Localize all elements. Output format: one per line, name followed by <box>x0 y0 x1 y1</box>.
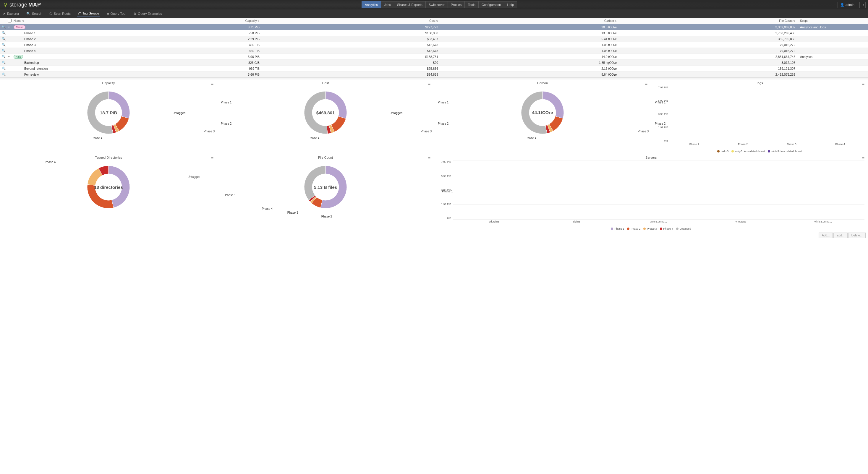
nav-analytics[interactable]: Analytics <box>362 1 381 8</box>
legend-item[interactable]: isidm3 <box>717 150 728 153</box>
expand-chevron-icon[interactable] <box>6 62 12 63</box>
cell-capacity: 5.96 PiB <box>83 54 261 59</box>
expand-chevron-icon[interactable] <box>6 32 12 34</box>
expand-chevron-icon[interactable] <box>6 50 12 52</box>
search-icon[interactable]: 🔍 <box>2 55 6 58</box>
x-label: Phase 1 <box>685 143 703 148</box>
chart-menu-icon[interactable]: ≡ <box>645 81 647 86</box>
cell-cost: $138,950 <box>261 31 440 35</box>
expand-chevron-icon[interactable]: ▾ <box>6 55 12 59</box>
cell-scope <box>797 74 868 75</box>
cell-scope <box>797 62 868 63</box>
th-carbon[interactable]: Carbon <box>440 18 618 23</box>
chart-menu-icon[interactable]: ≡ <box>211 81 213 86</box>
cell-capacity: 939 TiB <box>83 66 261 71</box>
search-icon[interactable]: 🔍 <box>2 37 6 40</box>
chart-title: Carbon <box>436 81 649 85</box>
table-row[interactable]: 🔍Backed up823 GiB$201.85 kgCO₂e3,012,107 <box>0 60 868 66</box>
row-name: Phase 2 <box>13 37 36 41</box>
nav-proxies[interactable]: Proxies <box>448 1 465 8</box>
legend-tags: isidm3unity3.demo.datadobi.netwinfs3.dem… <box>653 150 866 153</box>
legend-item[interactable]: winfs3.demo.datadobi.net <box>768 150 802 153</box>
cell-filecount: 79,015,272 <box>618 49 797 53</box>
subnav-scan-roots[interactable]: ⬡Scan Roots <box>49 10 71 17</box>
subnav-explorer[interactable]: ➤Explorer <box>2 10 20 17</box>
chart-filecount: File Count ≡ 5.13 B files Phase 1Phase 2… <box>217 154 434 231</box>
nav-help[interactable]: Help <box>504 1 517 8</box>
legend-item[interactable]: Phase 3 <box>643 227 657 230</box>
legend-item[interactable]: Phase 4 <box>660 227 673 230</box>
nav-configuration[interactable]: Configuration <box>478 1 504 8</box>
delete-button[interactable]: Delete... <box>848 232 866 238</box>
expand-chevron-icon[interactable] <box>6 68 12 69</box>
logo-icon <box>2 2 8 8</box>
expand-chevron-icon[interactable] <box>6 74 12 75</box>
cell-cost: $94,859 <box>261 72 440 77</box>
chart-menu-icon[interactable]: ≡ <box>862 81 864 86</box>
cell-cost: $25,836 <box>261 66 440 71</box>
search-icon[interactable]: 🔍 <box>2 49 6 52</box>
user-icon: 👤 <box>840 3 844 7</box>
subnav-tag-groups[interactable]: 🏷Tag Groups <box>77 10 100 17</box>
chart-menu-icon[interactable]: ≡ <box>862 156 864 160</box>
add-button[interactable]: Add... <box>818 232 833 238</box>
cell-capacity: 823 GiB <box>83 60 261 65</box>
expand-chevron-icon[interactable]: ▾ <box>6 25 12 29</box>
chart-menu-icon[interactable]: ≡ <box>428 81 430 86</box>
chart-tagged-dirs: Tagged Directories ≡ 13 directories Phas… <box>0 154 217 231</box>
table-row[interactable]: 🔍▾Risk5.96 PiB$158,75114.0 tCO₂e2,851,63… <box>0 54 868 60</box>
cell-carbon: 14.0 tCO₂e <box>440 54 618 59</box>
table-row[interactable]: 🔍Phase 4469 TiB$12,6781.08 tCO₂e79,015,2… <box>0 48 868 54</box>
edit-button[interactable]: Edit... <box>833 232 847 238</box>
expand-chevron-icon[interactable] <box>6 44 12 45</box>
chart-menu-icon[interactable]: ≡ <box>211 156 213 160</box>
subnav-label: Explorer <box>7 12 19 15</box>
legend-item[interactable]: unity3.demo.datadobi.net <box>732 150 765 153</box>
nav-tools[interactable]: Tools <box>465 1 478 8</box>
chart-tags: Tags ≡ 7.99 PiB5.99 PiB3.99 PiB1.99 PiB0… <box>651 80 868 154</box>
cell-filecount: 385,769,850 <box>618 37 797 41</box>
th-capacity[interactable]: Capacity <box>83 18 261 23</box>
table-row[interactable]: 🔍Beyond retention939 TiB$25,8362.16 tCO₂… <box>0 66 868 71</box>
user-area: 👤 admin ⇥ <box>838 2 866 8</box>
search-icon[interactable]: 🔍 <box>2 72 6 76</box>
subnav-icon: ➤ <box>3 12 6 15</box>
search-icon[interactable]: 🔍 <box>2 61 6 64</box>
th-name[interactable]: Name <box>12 18 83 23</box>
legend-item[interactable]: Phase 1 <box>611 227 624 230</box>
cell-capacity: 8.71 PiB <box>83 25 261 30</box>
th-scope[interactable]: Scope <box>797 18 868 23</box>
expand-chevron-icon[interactable] <box>6 38 12 40</box>
th-cost[interactable]: Cost <box>261 18 440 23</box>
x-label: unity3.demo.datadobi... <box>650 220 668 225</box>
th-filecount[interactable]: File Count <box>618 18 797 23</box>
legend-item[interactable]: Phase 2 <box>627 227 640 230</box>
subnav-query-examples[interactable]: 🗎Query Examples <box>133 10 163 17</box>
user-button[interactable]: 👤 admin <box>838 2 857 8</box>
table-row[interactable]: 🔍Phase 22.29 PiB$63,4675.41 tCO₂e385,769… <box>0 36 868 42</box>
table-row[interactable]: 🔍Phase 3469 TiB$12,6781.08 tCO₂e79,015,2… <box>0 42 868 48</box>
logout-button[interactable]: ⇥ <box>860 2 866 8</box>
table-row[interactable]: 🔍Phase 15.50 PiB$138,95013.0 tCO₂e2,758,… <box>0 30 868 36</box>
chart-title: Tagged Directories <box>2 156 215 159</box>
nav-switchover[interactable]: Switchover <box>426 1 448 8</box>
tag-chip: Phase <box>13 25 25 29</box>
legend-item[interactable]: Untagged <box>676 227 691 230</box>
th-search-icon <box>0 20 6 22</box>
subnav-query-tool[interactable]: ≣Query Tool <box>106 10 127 17</box>
chart-menu-icon[interactable]: ≡ <box>428 156 430 160</box>
donut-dirs: 13 directories Phase 1Phase 2Phase 3Phas… <box>2 160 215 214</box>
search-icon[interactable]: 🔍 <box>2 31 6 35</box>
subnav-search[interactable]: 🔍Search <box>26 10 43 17</box>
table-row[interactable]: 🔍For review3.66 PiB$94,8598.64 tCO₂e2,45… <box>0 71 868 77</box>
select-all-checkbox[interactable] <box>8 19 11 23</box>
cell-carbon: 5.41 tCO₂e <box>440 37 618 41</box>
nav-shares-exports[interactable]: Shares & Exports <box>394 1 426 8</box>
search-icon[interactable]: 🔍 <box>2 43 6 46</box>
table-row[interactable]: 🔍▾Phase8.71 PiB$227,77320.5 tCO₂e3,302,0… <box>0 24 868 30</box>
footer-actions: Add... Edit... Delete... <box>0 231 868 240</box>
search-icon[interactable]: 🔍 <box>2 66 6 70</box>
nav-jobs[interactable]: Jobs <box>381 1 394 8</box>
cell-scope: Analytics and Jobs <box>797 25 868 30</box>
search-icon[interactable]: 🔍 <box>2 25 6 29</box>
